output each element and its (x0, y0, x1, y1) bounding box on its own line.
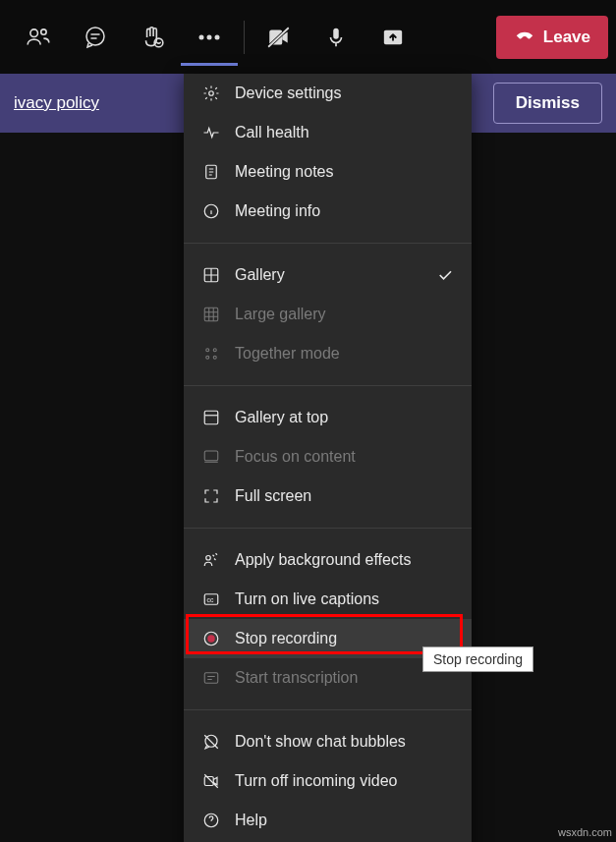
chat-off-icon (201, 732, 221, 752)
more-actions-menu: Device settings Call health Meeting note… (184, 74, 472, 842)
ellipsis-icon (198, 34, 220, 40)
menu-together-mode: Together mode (184, 334, 472, 373)
svg-point-0 (30, 28, 38, 36)
effects-icon (201, 550, 221, 570)
menu-device-settings[interactable]: Device settings (184, 74, 472, 113)
menu-label: Call health (235, 124, 309, 141)
gear-icon (201, 84, 221, 103)
menu-separator (184, 709, 472, 710)
tooltip: Stop recording (422, 646, 533, 672)
menu-focus-content: Focus on content (184, 437, 472, 477)
fullscreen-icon (201, 486, 221, 506)
video-off-icon (201, 771, 221, 791)
menu-large-gallery: Large gallery (184, 295, 472, 334)
large-grid-icon (201, 305, 221, 324)
svg-point-5 (207, 34, 212, 39)
call-toolbar: Leave (0, 0, 616, 74)
svg-point-1 (41, 28, 46, 33)
notes-icon (201, 162, 221, 182)
svg-point-4 (199, 34, 204, 39)
menu-full-screen[interactable]: Full screen (184, 477, 472, 516)
toolbar-divider (244, 21, 245, 54)
layout-top-icon (201, 408, 221, 427)
transcription-icon (201, 668, 221, 688)
menu-meeting-info[interactable]: Meeting info (184, 192, 472, 231)
menu-separator (184, 528, 472, 529)
svg-rect-15 (204, 308, 218, 321)
menu-label: Meeting info (235, 202, 320, 220)
menu-label: Meeting notes (235, 163, 334, 181)
svg-point-26 (207, 635, 215, 643)
menu-call-health[interactable]: Call health (184, 113, 472, 152)
svg-point-17 (213, 349, 216, 352)
pulse-icon (201, 123, 221, 142)
menu-hide-chat-bubbles[interactable]: Don't show chat bubbles (184, 722, 472, 761)
hangup-icon (514, 27, 535, 48)
leave-button[interactable]: Leave (496, 16, 608, 59)
together-icon (201, 344, 221, 364)
menu-gallery[interactable]: Gallery (184, 255, 472, 295)
svg-rect-29 (204, 777, 213, 786)
menu-separator (184, 243, 472, 244)
menu-meeting-notes[interactable]: Meeting notes (184, 152, 472, 192)
camera-button[interactable] (251, 10, 308, 64)
menu-label: Apply background effects (235, 551, 411, 569)
menu-label: Help (235, 812, 267, 829)
check-icon (436, 266, 454, 284)
menu-label: Full screen (235, 487, 311, 505)
menu-label: Device settings (235, 84, 342, 102)
svg-point-18 (206, 356, 209, 359)
privacy-policy-link[interactable]: ivacy policy (14, 93, 99, 113)
menu-label: Don't show chat bubbles (235, 733, 406, 751)
chat-icon (84, 26, 107, 49)
svg-rect-21 (204, 451, 218, 461)
menu-label: Stop recording (235, 630, 337, 647)
watermark: wsxdn.com (558, 826, 612, 838)
people-icon (26, 25, 51, 50)
share-screen-icon (381, 27, 405, 48)
dismiss-button[interactable]: Dismiss (493, 83, 602, 124)
menu-label: Together mode (235, 345, 340, 363)
svg-point-22 (206, 556, 211, 561)
mic-icon (325, 26, 347, 49)
svg-rect-27 (204, 673, 218, 684)
leave-label: Leave (543, 28, 590, 47)
menu-gallery-at-top[interactable]: Gallery at top (184, 398, 472, 437)
menu-background-effects[interactable]: Apply background effects (184, 540, 472, 580)
svg-point-2 (86, 28, 104, 45)
focus-icon (201, 447, 221, 467)
people-button[interactable] (10, 10, 67, 64)
chat-button[interactable] (67, 10, 124, 64)
mic-button[interactable] (308, 10, 364, 64)
svg-point-6 (215, 34, 220, 39)
svg-point-19 (213, 356, 216, 359)
help-icon (201, 811, 221, 830)
share-button[interactable] (364, 10, 421, 64)
svg-rect-9 (333, 28, 339, 38)
menu-turn-off-incoming-video[interactable]: Turn off incoming video (184, 761, 472, 801)
svg-text:cc: cc (207, 596, 214, 603)
reactions-button[interactable] (124, 10, 181, 64)
menu-label: Gallery (235, 266, 285, 284)
menu-label: Start transcription (235, 669, 358, 687)
grid-icon (201, 265, 221, 285)
info-icon (201, 201, 221, 221)
record-icon (201, 629, 221, 648)
menu-help[interactable]: Help (184, 801, 472, 840)
menu-label: Turn on live captions (235, 590, 379, 608)
camera-off-icon (266, 25, 292, 50)
menu-live-captions[interactable]: cc Turn on live captions (184, 580, 472, 619)
menu-label: Turn off incoming video (235, 772, 397, 790)
menu-label: Large gallery (235, 306, 326, 323)
svg-rect-20 (204, 411, 218, 424)
menu-separator (184, 385, 472, 386)
cc-icon: cc (201, 589, 221, 609)
menu-label: Gallery at top (235, 409, 328, 426)
hand-emoji-icon (140, 25, 165, 50)
svg-point-16 (206, 349, 209, 352)
menu-label: Focus on content (235, 448, 356, 466)
more-actions-button[interactable] (181, 12, 238, 66)
svg-point-11 (209, 91, 214, 96)
